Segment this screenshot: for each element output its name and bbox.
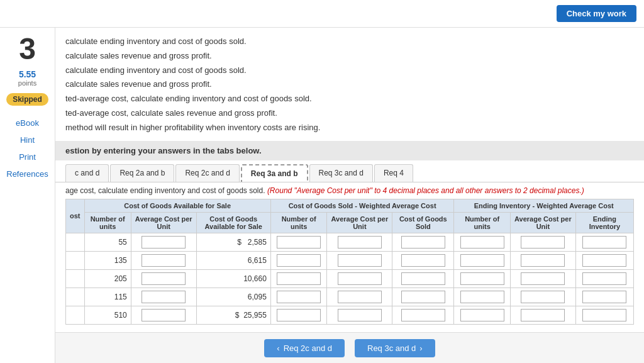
input-avg3-4[interactable]	[521, 291, 565, 303]
points-label: points	[18, 79, 36, 87]
input-avg2-2[interactable]	[338, 254, 382, 267]
sidebar-item-ebook[interactable]: eBook	[16, 116, 39, 130]
main-layout: 3 5.55 points Skipped eBook Hint Print R…	[0, 28, 644, 363]
input-cogs-3[interactable]	[401, 272, 445, 285]
cell-avg1-3[interactable]	[131, 269, 196, 288]
input-avg3-5[interactable]	[521, 309, 565, 321]
input-units2-1[interactable]	[277, 236, 321, 249]
sidebar-item-references[interactable]: References	[6, 167, 48, 181]
cell-units3-2[interactable]	[454, 251, 511, 269]
input-ending-1[interactable]	[582, 236, 626, 249]
input-avg1-5[interactable]	[142, 309, 186, 321]
input-cogs-1[interactable]	[401, 236, 445, 249]
cell-units3-3[interactable]	[454, 269, 511, 288]
cell-avg2-1[interactable]	[327, 233, 392, 251]
tab-req2cd[interactable]: Req 2c and d	[175, 164, 239, 182]
input-avg2-4[interactable]	[338, 291, 382, 303]
input-avg3-2[interactable]	[521, 254, 565, 267]
cell-cogs-4[interactable]	[392, 288, 454, 306]
input-avg1-1[interactable]	[142, 236, 186, 249]
cell-avg3-4[interactable]	[510, 288, 575, 306]
tab-req1cd[interactable]: c and d	[65, 164, 109, 182]
q-line-7: method will result in higher profitabili…	[65, 121, 634, 135]
input-cogs-5[interactable]	[401, 309, 445, 321]
cell-units2-2[interactable]	[270, 251, 327, 269]
col-units1: Number of units	[84, 212, 131, 233]
tab-req4[interactable]: Req 4	[374, 164, 413, 182]
cell-avg2-3[interactable]	[327, 269, 392, 288]
input-units2-2[interactable]	[277, 254, 321, 267]
input-units3-2[interactable]	[460, 254, 504, 267]
input-units2-4[interactable]	[277, 291, 321, 303]
cell-avg3-1[interactable]	[510, 233, 575, 251]
next-label: Req 3c and d	[367, 343, 416, 353]
input-avg1-2[interactable]	[142, 254, 186, 267]
tab-req3cd[interactable]: Req 3c and d	[309, 164, 373, 182]
cell-units2-4[interactable]	[270, 288, 327, 306]
table-row-total: 510 $ 25,955	[66, 306, 634, 324]
cell-cogs-5[interactable]	[392, 306, 454, 324]
input-units3-3[interactable]	[460, 272, 504, 285]
bottom-nav: ‹ Req 2c and d Req 3c and d ›	[55, 332, 644, 363]
cell-avg3-3[interactable]	[510, 269, 575, 288]
input-units2-5[interactable]	[277, 309, 321, 321]
input-avg1-4[interactable]	[142, 291, 186, 303]
sidebar-item-hint[interactable]: Hint	[20, 133, 35, 147]
cell-avg1-1[interactable]	[131, 233, 196, 251]
input-units3-1[interactable]	[460, 236, 504, 249]
input-units3-4[interactable]	[460, 291, 504, 303]
cell-avg1-2[interactable]	[131, 251, 196, 269]
cell-cogs-3[interactable]	[392, 269, 454, 288]
cell-units3-1[interactable]	[454, 233, 511, 251]
tab-req3ab[interactable]: Req 3a and b	[241, 164, 308, 182]
table-wrapper: ost Cost of Goods Available for Sale Cos…	[55, 199, 644, 332]
input-cogs-4[interactable]	[401, 291, 445, 303]
cell-units2-1[interactable]	[270, 233, 327, 251]
cell-avg1-4[interactable]	[131, 288, 196, 306]
input-avg1-3[interactable]	[142, 272, 186, 285]
sidebar-item-print[interactable]: Print	[19, 150, 36, 164]
sidebar-nav: eBook Hint Print References	[0, 116, 55, 181]
input-units3-5[interactable]	[460, 309, 504, 321]
cell-units3-4[interactable]	[454, 288, 511, 306]
input-ending-2[interactable]	[582, 254, 626, 267]
cell-ending-5[interactable]	[575, 306, 633, 324]
cell-ending-1[interactable]	[575, 233, 633, 251]
input-avg2-5[interactable]	[338, 309, 382, 321]
cell-avg2-4[interactable]	[327, 288, 392, 306]
cell-avg1-5[interactable]	[131, 306, 196, 324]
cell-avg2-2[interactable]	[327, 251, 392, 269]
cell-units2-3[interactable]	[270, 269, 327, 288]
col-cogs-avail: Cost of Goods Available for Sale	[196, 212, 270, 233]
cell-units1-2: 135	[84, 251, 131, 269]
tab-req2ab[interactable]: Req 2a and b	[110, 164, 174, 182]
input-avg2-3[interactable]	[338, 272, 382, 285]
points-value: 5.55	[19, 69, 36, 79]
input-ending-3[interactable]	[582, 272, 626, 285]
prev-button[interactable]: ‹ Req 2c and d	[264, 339, 345, 357]
next-button[interactable]: Req 3c and d ›	[355, 339, 435, 357]
input-avg3-1[interactable]	[521, 236, 565, 249]
cell-ending-3[interactable]	[575, 269, 633, 288]
cell-ending-2[interactable]	[575, 251, 633, 269]
skipped-badge: Skipped	[6, 93, 48, 106]
cell-cogs-2[interactable]	[392, 251, 454, 269]
input-ending-4[interactable]	[582, 291, 626, 303]
cell-avg3-5[interactable]	[510, 306, 575, 324]
top-bar: Check my work	[0, 0, 644, 28]
input-units2-3[interactable]	[277, 272, 321, 285]
cell-avg3-2[interactable]	[510, 251, 575, 269]
input-avg3-3[interactable]	[521, 272, 565, 285]
cell-avg2-5[interactable]	[327, 306, 392, 324]
problem-number: 3	[19, 34, 36, 64]
col-ending-inv: Ending Inventory	[575, 212, 633, 233]
cell-cogs-1[interactable]	[392, 233, 454, 251]
cell-ending-4[interactable]	[575, 288, 633, 306]
col-cogs-sold: Cost of Goods Sold	[392, 212, 454, 233]
input-cogs-2[interactable]	[401, 254, 445, 267]
cell-units2-5[interactable]	[270, 306, 327, 324]
cell-units3-5[interactable]	[454, 306, 511, 324]
input-avg2-1[interactable]	[338, 236, 382, 249]
input-ending-5[interactable]	[582, 309, 626, 321]
check-my-work-button[interactable]: Check my work	[557, 5, 636, 22]
